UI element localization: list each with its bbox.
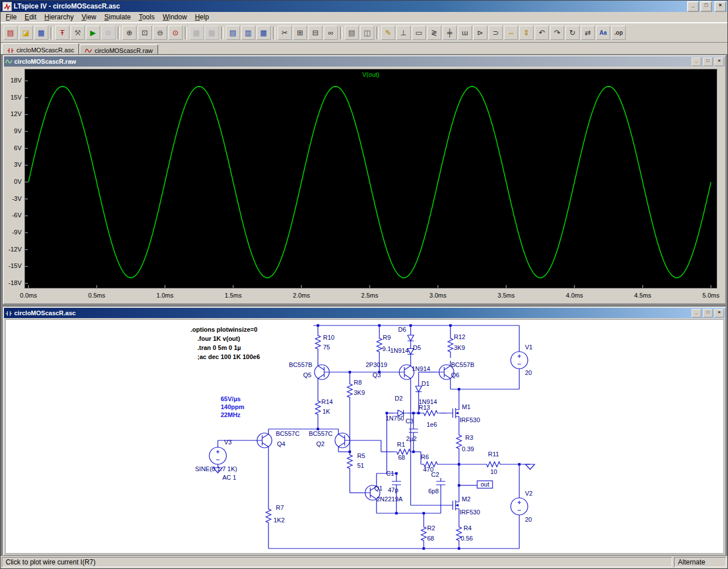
toolbar-find-button[interactable]: ∞ [324,26,338,40]
toolbar-zoom-full-extents-button[interactable]: ⊙ [168,26,183,40]
component-M2[interactable] [446,496,459,514]
menu-help[interactable]: Help [191,13,213,22]
schematic-minimize-button[interactable]: _ [692,309,701,318]
toolbar-print-preview-button[interactable]: ◫ [360,26,374,40]
schematic-window-titlebar[interactable]: circloMOScascR.asc _ □ × [4,308,725,318]
y-axis-label: -12V [9,246,22,253]
toolbar-inductor-button[interactable]: ɯ [458,26,472,40]
V2-value-label: 20 [525,516,532,523]
component-R2[interactable] [421,525,427,543]
toolbar-spice-netlist-button[interactable]: ▦ [257,26,271,40]
toolbar-copy-button[interactable]: ⊞ [293,26,307,40]
ground-symbol[interactable] [526,464,535,469]
component-R13[interactable] [421,411,440,416]
toolbar-cut-button[interactable]: ✂ [278,26,292,40]
toolbar-ground-button[interactable]: ⊥ [396,26,411,40]
toolbar-move-button[interactable]: ⇔ [504,26,518,40]
waveform-window-titlebar[interactable]: circloMOScascR.raw _ □ × [4,56,725,67]
toolbar: ▤◪▦Ŧ⚒▶⊘⊕⊡⊖⊙▦▦▤▥▦✂⊞⊟∞▤◫✎⊥▭≷╪ɯ⊳⊃⇔⇕↶↷↻⇄Aa.o… [1,23,727,43]
toolbar-probe-button[interactable]: Ŧ [55,26,69,40]
waveform-window-icon [5,59,13,65]
minimize-button[interactable]: _ [687,1,699,12]
toolbar-add-trace-button[interactable]: ▥ [241,26,255,40]
schematic-close-button[interactable]: × [714,309,724,318]
menu-file[interactable]: File [2,13,20,22]
component-D1[interactable] [416,381,422,397]
wire-junction [458,547,460,550]
component-R9[interactable] [377,332,382,358]
component-R3[interactable] [457,432,462,452]
waveform-restore-button[interactable]: □ [703,57,713,66]
x-axis-label: 4.0ms [559,292,590,299]
y-axis-label: 6V [14,145,22,151]
waveform-minimize-button[interactable]: _ [692,57,701,66]
R5-value-label: 51 [357,462,364,469]
toolbar-resistor-button[interactable]: ≷ [427,26,441,40]
menu-tools[interactable]: Tools [135,13,159,22]
wire-junction [423,512,425,514]
y-axis-label: 18V [10,77,22,84]
component-R7[interactable] [266,506,271,526]
menu-simulate[interactable]: Simulate [100,13,135,22]
toolbar-drag-button[interactable]: ⇕ [519,26,533,40]
toolbar-separator [118,27,120,39]
menu-view[interactable]: View [77,13,100,22]
toolbar-zoom-area-button[interactable]: ⊡ [138,26,152,40]
schematic-restore-button[interactable]: □ [703,309,713,318]
toolbar-rotate-button[interactable]: ↻ [565,26,580,40]
plot-canvas[interactable]: V(out) [24,69,717,288]
component-C2[interactable] [436,478,445,488]
component-Q5[interactable] [315,361,332,384]
menu-edit[interactable]: Edit [20,13,40,22]
x-axis-label: 0.0ms [13,292,44,299]
toolbar-run-button[interactable]: ▶ [86,26,100,40]
toolbar-diode-button[interactable]: ⊳ [473,26,487,40]
toolbar-zoom-in-button[interactable]: ⊕ [122,26,136,40]
toolbar-draw-wire-button[interactable]: ✎ [381,26,395,40]
component-R11[interactable] [483,462,503,467]
maximize-button[interactable]: □ [700,1,712,12]
toolbar-control-panel-button[interactable]: ⚒ [71,26,85,40]
schematic-canvas[interactable]: R1075R99.1R123K9R83K9R141KR30.39R551R71K… [5,319,724,554]
component-V1[interactable] [511,352,528,369]
toolbar-net-label-button[interactable]: ▭ [412,26,426,40]
component-M1[interactable] [446,404,459,422]
component-V2[interactable] [511,498,528,515]
toolbar-save-button[interactable]: ▦ [34,26,48,40]
R1-ref-label: R1 [397,441,405,448]
component-V3[interactable] [209,447,226,464]
component-Q4[interactable] [255,429,272,452]
toolbar-open-button[interactable]: ◪ [19,26,33,40]
close-button[interactable]: × [714,1,726,12]
toolbar-print-button[interactable]: ▤ [345,26,359,40]
toolbar-zoom-out-button[interactable]: ⊖ [153,26,167,40]
component-R10[interactable] [316,329,321,355]
waveform-close-button[interactable]: × [714,57,724,66]
toolbar-undo-button[interactable]: ↶ [535,26,549,40]
toolbar-redo-button[interactable]: ↷ [550,26,564,40]
Q4-value-label: BC557C [276,430,300,437]
menu-window[interactable]: Window [159,13,191,22]
toolbar-capacitor-button[interactable]: ╪ [442,26,457,40]
toolbar-paste-button[interactable]: ⊟ [308,26,322,40]
component-D6[interactable] [408,331,414,345]
mdi-workspace: circloMOScascR.raw _ □ × 18V15V12V9V6V3V… [1,54,727,556]
R3-value-label: 0.39 [462,446,474,452]
toolbar-plot-settings-button[interactable]: ▤ [226,26,240,40]
M2-value-label: IRF530 [460,509,480,516]
component-R12[interactable] [448,332,453,358]
app-titlebar[interactable]: LTspice IV - circloMOScascR.asc _ □ × [1,1,727,12]
component-R14[interactable] [316,398,321,418]
component-R5[interactable] [348,452,353,472]
comment-text: 140ppm [221,403,245,410]
R12-ref-label: R12 [454,333,465,340]
toolbar-spice-directive-button[interactable]: .op [611,26,626,40]
toolbar-text-button[interactable]: Aa [596,26,610,40]
toolbar-component-button[interactable]: ⊃ [489,26,503,40]
toolbar-new-schematic-button[interactable]: ▤ [3,26,18,40]
C3-value-label: 2µ2 [406,435,417,442]
toolbar-mirror-button[interactable]: ⇄ [581,26,595,40]
menu-hierarchy[interactable]: Hierarchy [40,13,77,22]
component-Q3[interactable] [397,361,414,384]
component-R8[interactable] [348,381,353,401]
